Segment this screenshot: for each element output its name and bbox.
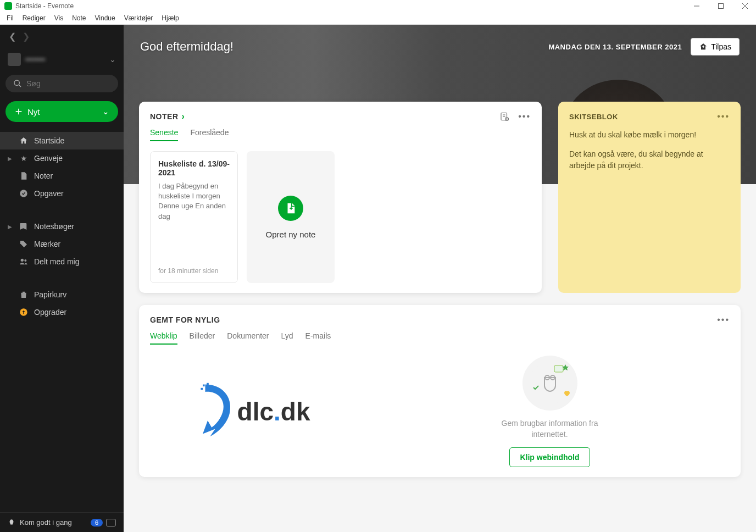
plus-icon [14,107,23,116]
notes-title-link[interactable]: NOTER › [150,112,185,121]
note-tile[interactable]: Huskeliste d. 13/09-2021 I dag Påbegynd … [150,151,238,283]
book-icon [19,222,29,231]
sidebar-item-notesboeger[interactable]: ▶ Notesbøger [0,218,124,235]
sidebar-item-opgaver[interactable]: Opgaver [0,185,124,202]
menu-rediger[interactable]: Rediger [18,14,50,22]
tab-emails[interactable]: E-mails [305,331,331,345]
rocket-icon [8,519,15,527]
tab-webklip[interactable]: Webklip [150,331,177,345]
note-plus-icon[interactable] [499,112,509,121]
sidebar-item-label: Delt med mig [34,257,79,266]
svg-rect-21 [207,383,209,385]
user-menu[interactable]: •••••••• ⌄ [0,48,124,70]
sidebar-item-delt[interactable]: Delt med mig [0,253,124,270]
maximize-button[interactable] [714,1,727,11]
note-icon [19,171,29,180]
getting-started-button[interactable]: Kom godt i gang [8,518,72,527]
greeting: God eftermiddag! [140,40,234,54]
sidebar-item-maerker[interactable]: Mærker [0,235,124,253]
tab-dokumenter[interactable]: Dokumenter [227,331,269,345]
avatar [8,53,21,66]
recently-saved-widget: GEMT FOR NYLIG ••• Webklip Billeder Doku… [139,305,741,477]
chevron-down-icon: ⌄ [102,107,109,117]
evernote-logo-icon [4,2,12,10]
search-icon [13,79,22,88]
expand-icon[interactable]: ▶ [8,156,13,162]
home-icon [19,136,29,145]
more-icon[interactable]: ••• [717,315,730,325]
empty-text: Gem brugbar information fra internettet. [490,418,610,440]
menu-note[interactable]: Note [68,14,90,22]
menu-vis[interactable]: Vis [50,14,68,22]
check-icon [19,189,29,198]
create-note-tile[interactable]: Opret ny note [247,151,335,283]
sidebar: ❮ ❯ •••••••• ⌄ Nyt ⌄ [0,25,124,532]
chevron-right-icon: › [182,112,185,121]
tab-seneste[interactable]: Seneste [150,128,178,141]
tab-billeder[interactable]: Billeder [190,331,215,345]
sidebar-item-label: Noter [34,171,53,180]
menubar: Fil Rediger Vis Note Vindue Værktøjer Hj… [0,12,756,25]
sketch-body[interactable]: Husk at du skal købe mælk i morgen! Det … [569,129,730,171]
minimize-button[interactable] [690,1,703,11]
svg-point-8 [20,190,27,197]
note-preview: I dag Påbegynd en huskeliste I morgen De… [158,181,230,267]
tag-icon [19,240,29,248]
wm-b: . [274,397,281,426]
sidebar-item-noter[interactable]: Noter [0,167,124,185]
watermark-logo: dlc.dk [150,381,348,442]
content-area: God eftermiddag! MANDAG DEN 13. SEPTEMBE… [124,25,756,532]
keyboard-icon[interactable] [106,519,116,527]
tab-foreslaaede[interactable]: Foreslåede [190,128,229,141]
notes-widget: NOTER › ••• Seneste Foreslåede [139,102,542,293]
svg-point-4 [14,80,19,85]
sidebar-item-startside[interactable]: Startside [0,132,124,149]
nav-back-button[interactable]: ❮ [9,31,16,42]
username: •••••••• [25,56,105,64]
chevron-down-icon: ⌄ [109,55,116,64]
svg-rect-1 [719,4,724,9]
new-button[interactable]: Nyt ⌄ [5,101,118,122]
menu-vindue[interactable]: Vindue [91,14,120,22]
footer-badge: 6 [91,519,103,527]
webclip-illustration-icon [522,356,577,411]
more-icon[interactable]: ••• [518,112,531,121]
sidebar-item-opgrader[interactable]: Opgrader [0,303,124,321]
sidebar-item-genveje[interactable]: ▶ ★ Genveje [0,149,124,167]
create-label: Opret ny note [266,230,316,239]
sketchpad-widget[interactable]: SKITSEBLOK ••• Husk at du skal købe mælk… [558,102,741,293]
sidebar-item-label: Papirkurv [34,290,66,299]
sidebar-item-label: Genveje [34,154,63,163]
menu-vaerktoejer[interactable]: Værktøjer [120,14,158,22]
menu-hjaelp[interactable]: Hjælp [157,14,183,22]
more-icon[interactable]: ••• [717,112,730,121]
svg-line-5 [19,85,21,87]
nav-forward-button[interactable]: ❯ [23,31,30,42]
customize-label: Tilpas [711,42,731,51]
customize-button[interactable]: Tilpas [691,38,740,56]
recent-title: GEMT FOR NYLIG [150,315,220,324]
note-time: for 18 minutter siden [158,267,230,275]
search-input[interactable] [26,79,110,88]
search-box[interactable] [5,75,118,92]
clip-web-button[interactable]: Klip webindhold [509,447,590,467]
new-label: Nyt [27,107,40,117]
footer-label: Kom godt i gang [20,518,72,527]
svg-rect-20 [203,384,205,386]
sidebar-item-label: Opgrader [34,308,66,317]
expand-icon[interactable]: ▶ [8,224,13,230]
people-icon [19,257,29,266]
tab-lyd[interactable]: Lyd [281,331,293,345]
svg-point-10 [24,259,26,262]
arrow-icon [188,381,237,442]
sketch-line: Husk at du skal købe mælk i morgen! [569,129,730,141]
sidebar-item-label: Opgaver [34,189,64,198]
create-note-icon [278,196,303,221]
wm-a: dlc [237,397,274,426]
menu-fil[interactable]: Fil [2,14,18,22]
sidebar-item-label: Mærker [34,240,60,248]
titlebar: Startside - Evernote [0,0,756,12]
sidebar-item-label: Startside [34,136,64,145]
sidebar-item-papirkurv[interactable]: Papirkurv [0,286,124,303]
close-button[interactable] [738,1,752,11]
